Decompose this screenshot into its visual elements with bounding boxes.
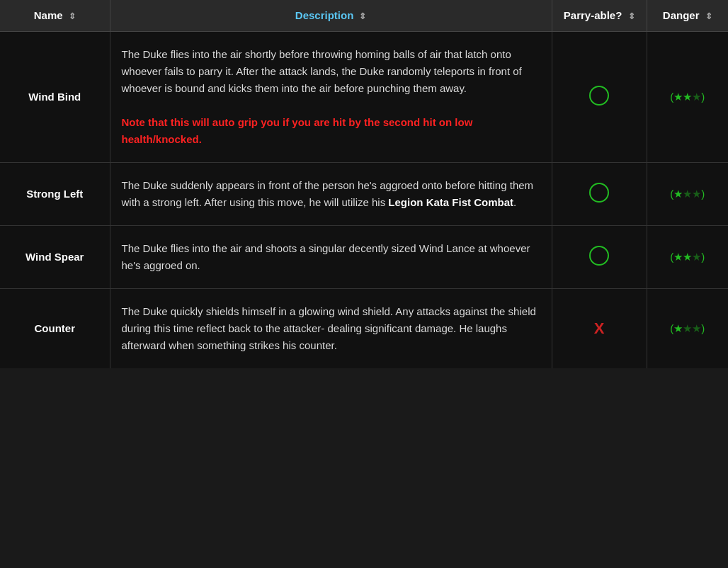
description-text: The Duke flies into the air and shoots a… [122, 242, 530, 271]
cell-danger-wind-spear: (★★★) [647, 225, 728, 288]
danger-stars: (★★★) [670, 91, 705, 103]
description-text: The Duke quickly shields himself in a gl… [122, 305, 536, 351]
cell-parry-strong-left [552, 162, 647, 225]
star-filled-icon: ★ [673, 91, 683, 103]
parry-circle-icon [589, 86, 609, 106]
danger-stars: (★★★) [670, 322, 705, 334]
parry-circle-icon [589, 246, 609, 266]
cell-name-wind-bind: Wind Bind [0, 31, 110, 162]
main-table-container: Name ⇕ Description ⇕ Parry-able? ⇕ Dange… [0, 0, 728, 368]
cell-name-strong-left: Strong Left [0, 162, 110, 225]
cell-parry-wind-spear [552, 225, 647, 288]
attacks-table: Name ⇕ Description ⇕ Parry-able? ⇕ Dange… [0, 0, 728, 368]
star-empty-icon: ★ [683, 322, 692, 334]
star-empty-icon: ★ [683, 188, 692, 200]
danger-stars: (★★★) [670, 251, 705, 263]
parry-circle-icon [589, 183, 609, 203]
star-empty-icon: ★ [692, 91, 701, 103]
star-filled-icon: ★ [683, 91, 692, 103]
description-bold: Legion Kata Fist Combat [388, 196, 513, 208]
danger-stars: (★★★) [670, 188, 705, 200]
sort-icon-parry: ⇕ [628, 11, 635, 23]
star-filled-icon: ★ [683, 251, 692, 263]
description-text: The Duke flies into the air shortly befo… [122, 48, 522, 94]
cell-name-wind-spear: Wind Spear [0, 225, 110, 288]
header-name[interactable]: Name ⇕ [0, 0, 110, 31]
sort-icon-name: ⇕ [69, 11, 76, 21]
cell-description-wind-bind: The Duke flies into the air shortly befo… [110, 31, 552, 162]
cell-danger-counter: (★★★) [647, 288, 728, 368]
cell-danger-wind-bind: (★★★) [647, 31, 728, 162]
star-filled-icon: ★ [673, 251, 683, 263]
star-filled-icon: ★ [673, 188, 683, 200]
cell-description-wind-spear: The Duke flies into the air and shoots a… [110, 225, 552, 288]
cell-danger-strong-left: (★★★) [647, 162, 728, 225]
cell-parry-counter: X [552, 288, 647, 368]
sort-icon-description: ⇕ [359, 11, 366, 21]
table-row: Wind BindThe Duke flies into the air sho… [0, 31, 728, 162]
cell-parry-wind-bind [552, 31, 647, 162]
sort-icon-danger: ⇕ [705, 11, 712, 21]
star-empty-icon: ★ [692, 251, 701, 263]
description-text-end: . [513, 196, 516, 208]
star-empty-icon: ★ [692, 188, 701, 200]
table-row: CounterThe Duke quickly shields himself … [0, 288, 728, 368]
star-filled-icon: ★ [673, 322, 683, 334]
parry-x-icon: X [594, 319, 605, 337]
cell-description-counter: The Duke quickly shields himself in a gl… [110, 288, 552, 368]
header-danger[interactable]: Danger ⇕ [647, 0, 728, 31]
cell-name-counter: Counter [0, 288, 110, 368]
cell-description-strong-left: The Duke suddenly appears in front of th… [110, 162, 552, 225]
table-row: Strong LeftThe Duke suddenly appears in … [0, 162, 728, 225]
star-empty-icon: ★ [692, 322, 701, 334]
description-warning: Note that this will auto grip you if you… [122, 116, 473, 145]
header-parry[interactable]: Parry-able? ⇕ [552, 0, 647, 31]
header-description[interactable]: Description ⇕ [110, 0, 552, 31]
table-row: Wind SpearThe Duke flies into the air an… [0, 225, 728, 288]
table-header-row: Name ⇕ Description ⇕ Parry-able? ⇕ Dange… [0, 0, 728, 31]
